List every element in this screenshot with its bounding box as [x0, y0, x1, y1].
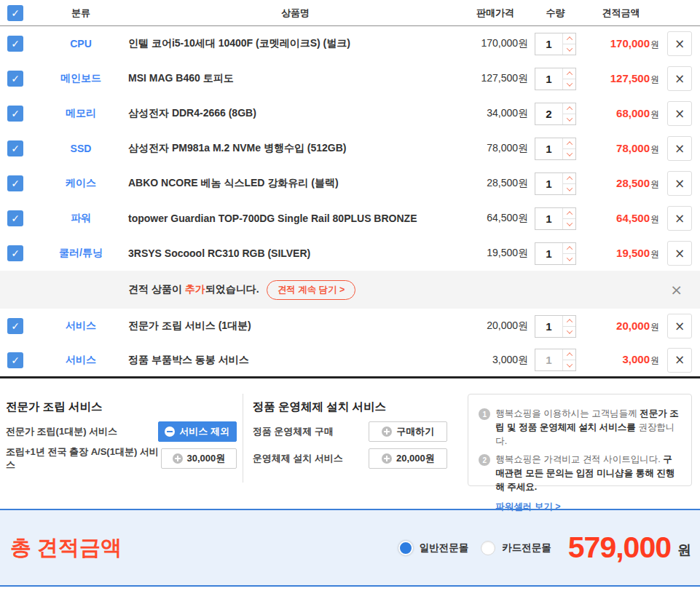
- remove-button[interactable]: ×: [667, 101, 692, 126]
- row-checkbox[interactable]: ✓: [7, 71, 23, 87]
- row-checkbox[interactable]: ✓: [7, 210, 23, 226]
- qty-down-icon[interactable]: [563, 254, 575, 264]
- os-install-button[interactable]: 20,000원: [369, 448, 447, 469]
- plus-circle-icon: [382, 427, 392, 437]
- row-checkbox[interactable]: ✓: [7, 318, 23, 334]
- row-product: ABKO NCORE 베놈 식스LED 강화유리 (블랙): [128, 177, 463, 190]
- row-price: 64,500원: [463, 212, 528, 225]
- qty-down-icon[interactable]: [563, 79, 575, 90]
- notification-close-icon[interactable]: ×: [670, 281, 683, 298]
- row-category: 서비스: [34, 320, 128, 333]
- remove-button[interactable]: ×: [667, 31, 692, 56]
- qty-up-icon[interactable]: [563, 33, 575, 44]
- remove-button[interactable]: ×: [667, 241, 692, 266]
- quantity-value[interactable]: 1: [535, 33, 563, 55]
- row-checkbox[interactable]: ✓: [7, 36, 23, 52]
- table-row: ✓ 쿨러/튜닝 3RSYS Socoool RC310 RGB (SILVER)…: [0, 236, 700, 271]
- row-price: 28,500원: [463, 177, 528, 190]
- continue-quote-button[interactable]: 견적 계속 담기 >: [267, 280, 356, 300]
- notification-highlight: 추가: [185, 283, 205, 295]
- row-product: topower Guardian TOP-700DG Single Rail 8…: [128, 213, 463, 224]
- qty-up-icon[interactable]: [563, 243, 575, 254]
- qty-up-icon[interactable]: [563, 349, 575, 360]
- won-suffix: 원: [650, 109, 659, 119]
- plus-circle-icon: [382, 453, 392, 464]
- qty-up-icon[interactable]: [563, 173, 575, 184]
- quantity-value[interactable]: 1: [535, 68, 563, 90]
- assembly-service-label: 전문가 조립(1대분) 서비스: [6, 425, 117, 438]
- quantity-stepper[interactable]: 1: [535, 68, 576, 90]
- os-service-panel: 정품 운영체제 설치 서비스 정품 운영체제 구매 구매하기 운영체제 설치 서…: [253, 394, 448, 488]
- row-product: 삼성전자 PM981a M.2 NVMe 병행수입 (512GB): [128, 142, 463, 155]
- quantity-value[interactable]: 1: [535, 316, 563, 337]
- qty-down-icon[interactable]: [563, 184, 575, 194]
- quantity-value[interactable]: 1: [535, 243, 563, 264]
- quantity-stepper[interactable]: 1: [535, 33, 576, 55]
- row-quote: 78,000: [616, 142, 650, 154]
- quantity-stepper[interactable]: 1: [535, 349, 576, 371]
- quantity-value[interactable]: 1: [535, 138, 563, 159]
- header-quote: 견적금액: [583, 7, 659, 20]
- remove-button[interactable]: ×: [667, 66, 692, 91]
- qty-down-icon[interactable]: [563, 149, 575, 159]
- general-mall-radio[interactable]: [398, 541, 413, 555]
- qty-up-icon[interactable]: [563, 316, 575, 327]
- won-suffix: 원: [650, 249, 659, 259]
- remove-button[interactable]: ×: [667, 171, 692, 196]
- row-price: 127,500원: [463, 72, 528, 85]
- header-price: 판매가격: [463, 7, 528, 20]
- row-checkbox[interactable]: ✓: [7, 352, 23, 368]
- quantity-stepper[interactable]: 1: [535, 242, 576, 265]
- os-purchase-button[interactable]: 구매하기: [369, 421, 447, 442]
- qty-down-icon[interactable]: [563, 114, 575, 124]
- quote-page: ✓ 분류 상품명 판매가격 수량 견적금액 ✓ CPU 인텔 코어i5-10세대…: [0, 0, 700, 591]
- header-category: 분류: [34, 7, 128, 20]
- header-qty: 수량: [528, 7, 583, 20]
- total-won-suffix: 원: [677, 541, 691, 560]
- row-quote: 19,500: [616, 247, 650, 259]
- quantity-stepper[interactable]: 1: [535, 207, 576, 230]
- quantity-value[interactable]: 1: [535, 208, 563, 229]
- row-product: 인텔 코어i5-10세대 10400F (코멧레이크S) (벌크): [128, 37, 463, 50]
- remove-button[interactable]: ×: [667, 136, 692, 161]
- row-price: 78,000원: [463, 142, 528, 155]
- quantity-stepper[interactable]: 1: [535, 315, 576, 338]
- quantity-value[interactable]: 1: [535, 173, 563, 194]
- remove-button[interactable]: ×: [667, 348, 692, 373]
- card-mall-radio[interactable]: [481, 541, 495, 555]
- qty-down-icon[interactable]: [563, 219, 575, 229]
- row-product: 삼성전자 DDR4-2666 (8GB): [128, 107, 463, 120]
- remove-button[interactable]: ×: [667, 314, 692, 338]
- add-onsite-as-button[interactable]: 30,000원: [161, 448, 236, 469]
- qty-down-icon[interactable]: [563, 327, 575, 337]
- row-checkbox[interactable]: ✓: [7, 245, 23, 261]
- os-install-label: 운영체제 설치 서비스: [253, 452, 343, 465]
- quantity-stepper[interactable]: 1: [535, 172, 576, 195]
- quantity-stepper[interactable]: 1: [535, 138, 576, 160]
- qty-down-icon[interactable]: [563, 360, 575, 370]
- row-category: 메인보드: [34, 72, 128, 85]
- minus-circle-icon: [165, 427, 175, 437]
- power-seller-link[interactable]: 파워셀러 보기 >: [495, 501, 560, 513]
- quantity-stepper[interactable]: 2: [535, 103, 576, 125]
- row-category: 메모리: [34, 107, 128, 120]
- qty-up-icon[interactable]: [563, 68, 575, 79]
- row-checkbox[interactable]: ✓: [7, 106, 23, 122]
- total-quote-bar: 총 견적금액 일반전문몰 카드전문몰 579,000 원: [0, 509, 700, 587]
- qty-up-icon[interactable]: [563, 103, 575, 114]
- qty-up-icon[interactable]: [563, 138, 575, 149]
- shopping-info-box: 1 행복쇼핑을 이용하시는 고객님들께 전문가 조립 및 정품 운영체제 설치 …: [468, 394, 692, 486]
- remove-button[interactable]: ×: [667, 206, 692, 231]
- won-suffix: 원: [650, 39, 659, 49]
- row-price: 20,000원: [463, 320, 528, 333]
- row-checkbox[interactable]: ✓: [7, 140, 23, 156]
- qty-up-icon[interactable]: [563, 208, 575, 219]
- row-checkbox[interactable]: ✓: [7, 175, 23, 191]
- row-quote: 64,500: [616, 212, 650, 224]
- exclude-service-button[interactable]: 서비스 제외: [158, 421, 237, 442]
- select-all-checkbox[interactable]: ✓: [7, 5, 23, 21]
- table-row: ✓ 서비스 전문가 조립 서비스 (1대분) 20,000원 1 20,000원…: [0, 309, 700, 344]
- qty-down-icon[interactable]: [563, 44, 575, 55]
- table-row: ✓ 메인보드 MSI MAG B460 토피도 127,500원 1 127,5…: [0, 61, 700, 96]
- quantity-value[interactable]: 2: [535, 103, 563, 124]
